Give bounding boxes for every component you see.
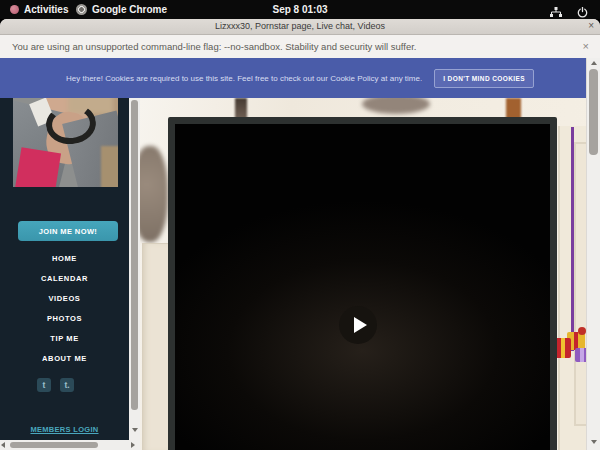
background-door-panel (574, 142, 586, 426)
background-door (142, 243, 169, 450)
scrollbar-thumb[interactable] (589, 69, 598, 155)
background-detail (140, 146, 168, 242)
scroll-left-icon[interactable] (1, 442, 5, 448)
sidebar-vertical-scrollbar[interactable] (129, 98, 140, 440)
sidebar-item-photos[interactable]: PHOTOS (0, 308, 129, 328)
browser-window: Lizxxx30, Pornstar page, Live chat, Vide… (0, 19, 600, 450)
page-vertical-scrollbar[interactable] (586, 58, 600, 450)
sidebar: JOIN ME NOW! HOME CALENDAR VIDEOS PHOTOS… (0, 98, 129, 450)
warning-text: You are using an unsupported command-lin… (12, 41, 417, 52)
sidebar-item-calendar[interactable]: CALENDAR (0, 268, 129, 288)
members-login-link[interactable]: MEMBERS LOGIN (0, 425, 129, 434)
gnome-top-bar: Activities Google Chrome Sep 8 01:03 (0, 0, 600, 19)
scroll-down-icon[interactable] (131, 428, 138, 432)
page-background (140, 98, 586, 450)
scrollbar-thumb[interactable] (10, 442, 98, 448)
sidebar-item-about-me[interactable]: ABOUT ME (0, 348, 129, 368)
warning-infobar: You are using an unsupported command-lin… (0, 35, 600, 59)
ornament-icon (578, 327, 586, 335)
network-icon[interactable] (550, 4, 562, 22)
power-icon[interactable] (577, 4, 588, 22)
clock[interactable]: Sep 8 01:03 (0, 4, 600, 15)
twitter-icon[interactable]: t (37, 378, 51, 392)
warning-close-icon[interactable]: × (583, 40, 589, 52)
sidebar-horizontal-scrollbar[interactable] (0, 440, 140, 450)
scroll-up-icon[interactable] (590, 61, 598, 65)
cookie-banner: Hey there! Cookies are required to use t… (0, 58, 600, 98)
sidebar-item-home[interactable]: HOME (0, 248, 129, 268)
cookie-message: Hey there! Cookies are required to use t… (66, 74, 422, 83)
play-button[interactable] (339, 306, 377, 344)
window-title-bar[interactable]: Lizxxx30, Pornstar page, Live chat, Vide… (0, 19, 600, 35)
gift-icon (575, 348, 586, 362)
join-me-now-button[interactable]: JOIN ME NOW! (18, 221, 118, 241)
tumblr-icon[interactable]: t. (60, 378, 74, 392)
profile-photo (13, 98, 118, 187)
video-surface[interactable] (175, 124, 550, 450)
sidebar-item-videos[interactable]: VIDEOS (0, 288, 129, 308)
scroll-down-icon[interactable] (590, 440, 598, 444)
background-detail (362, 98, 430, 114)
video-player[interactable] (168, 117, 557, 450)
scrollbar-thumb[interactable] (131, 100, 138, 410)
play-icon (354, 317, 367, 333)
gift-icon (555, 338, 571, 358)
scroll-right-icon[interactable] (131, 442, 135, 448)
page-title: Lizxxx30, Pornstar page, Live chat, Vide… (0, 21, 600, 31)
window-close-icon[interactable]: × (588, 20, 594, 31)
sidebar-item-tip-me[interactable]: TIP ME (0, 328, 129, 348)
accept-cookies-button[interactable]: I DON'T MIND COOKIES (434, 69, 534, 88)
background-purple-edge (571, 127, 574, 351)
